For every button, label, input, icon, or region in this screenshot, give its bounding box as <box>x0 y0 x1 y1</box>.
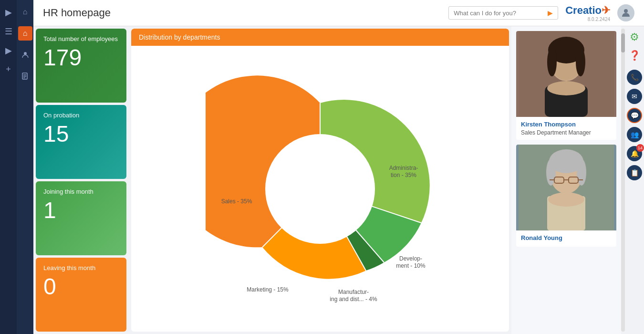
person-name-1[interactable]: Kirsten Thompson <box>521 121 612 128</box>
header-right: ▶ Creatio✈ 8.0.2.2424 <box>448 4 634 22</box>
stat-card-leaving[interactable]: Leaving this month 0 <box>36 258 126 332</box>
on-probation-value: 15 <box>43 123 119 146</box>
user-avatar[interactable] <box>617 4 634 21</box>
person-image-2 <box>516 145 616 230</box>
leaving-label: Leaving this month <box>43 264 119 271</box>
scrollbar[interactable] <box>621 29 625 332</box>
phone-button[interactable]: 📞 <box>627 70 642 85</box>
joining-value: 1 <box>43 199 119 222</box>
play-icon[interactable]: ▶ <box>5 45 12 56</box>
logo-text: C <box>565 4 573 16</box>
logo-version: 8.0.2.2424 <box>588 17 610 22</box>
label-administration: Administra- <box>389 165 418 171</box>
search-box[interactable]: ▶ <box>448 6 558 20</box>
content-area: Total number of employees 179 On probati… <box>33 26 644 334</box>
add-icon[interactable]: + <box>6 64 11 74</box>
person-photo-1 <box>516 31 616 117</box>
person-name-2[interactable]: Ronald Young <box>521 234 612 241</box>
main-content: HR homepage ▶ Creatio✈ 8.0.2.2424 Total … <box>33 0 644 334</box>
label-development-2: ment - 10% <box>396 262 426 269</box>
person-card-2: Ronald Young <box>516 145 616 247</box>
svg-point-18 <box>547 48 557 76</box>
chart-body: Administra- tion - 35% Develop- ment - 1… <box>131 46 509 332</box>
svg-point-5 <box>624 9 628 13</box>
logo-reatio: reatio <box>573 4 602 16</box>
sidebar-item-home[interactable]: ⌂ <box>18 5 32 19</box>
svg-point-24 <box>548 192 584 207</box>
sidebar-item-people[interactable] <box>18 48 32 62</box>
logo: Creatio✈ <box>565 4 610 17</box>
joining-label: Joining this month <box>43 188 119 195</box>
sidebar-item-docs[interactable] <box>18 69 32 84</box>
svg-point-0 <box>24 52 27 55</box>
stat-card-total-employees[interactable]: Total number of employees 179 <box>36 29 126 103</box>
stat-card-joining[interactable]: Joining this month 1 <box>36 181 126 255</box>
on-probation-label: On probation <box>43 112 119 119</box>
email-button[interactable]: ✉ <box>627 89 642 104</box>
total-employees-value: 179 <box>43 46 119 69</box>
left-sidebar: ⌂ ⌂ <box>17 0 33 334</box>
scrollbar-thumb[interactable] <box>621 33 625 52</box>
help-icon[interactable]: ❓ <box>629 50 641 61</box>
stats-column: Total number of employees 179 On probati… <box>33 26 129 334</box>
svg-point-16 <box>547 81 585 95</box>
search-input[interactable] <box>454 10 548 17</box>
bell-button[interactable]: 🔔 14 <box>627 146 642 161</box>
person-info-1: Kirsten Thompson Sales Department Manage… <box>516 117 616 140</box>
label-manufacturing: Manufactur- <box>338 289 369 295</box>
chart-header: Distribution by departments <box>131 29 509 46</box>
chart-container: Distribution by departments <box>131 29 509 332</box>
person-info-2: Ronald Young <box>516 230 616 247</box>
svg-point-19 <box>576 48 585 76</box>
bell-badge: 14 <box>636 144 644 152</box>
label-development: Develop- <box>399 255 422 262</box>
chat-button[interactable]: 💬 <box>627 108 642 123</box>
group-chat-button[interactable]: 👥 <box>627 127 642 142</box>
far-right-actions: ⚙ ❓ 📞 ✉ 💬 👥 🔔 14 📋 <box>625 26 644 334</box>
right-panel: Kirsten Thompson Sales Department Manage… <box>511 26 621 334</box>
header: HR homepage ▶ Creatio✈ 8.0.2.2424 <box>33 0 644 26</box>
chart-area: Distribution by departments <box>129 26 511 334</box>
gear-icon[interactable]: ⚙ <box>630 31 639 43</box>
total-employees-label: Total number of employees <box>43 35 119 42</box>
label-marketing: Marketing - 15% <box>247 286 289 293</box>
search-arrow-icon[interactable]: ▶ <box>548 9 553 17</box>
page-title: HR homepage <box>43 7 111 19</box>
menu-icon[interactable]: ☰ <box>5 26 12 37</box>
expand-icon[interactable]: ▶ <box>5 7 12 18</box>
logo-plane: ✈ <box>602 4 610 16</box>
person-card-1: Kirsten Thompson Sales Department Manage… <box>516 31 616 140</box>
person-photo-2 <box>516 145 616 230</box>
sidebar-item-hr[interactable]: ⌂ <box>18 26 32 41</box>
label-administration-2: tion - 35% <box>391 172 416 178</box>
leaving-value: 0 <box>43 275 119 298</box>
label-manufacturing-2: ing and dist... - 4% <box>330 296 377 303</box>
logo-area: Creatio✈ 8.0.2.2424 <box>565 4 610 22</box>
label-sales: Sales - 35% <box>221 198 252 205</box>
person-role-1: Sales Department Manager <box>521 129 612 136</box>
donut-chart: Administra- tion - 35% Develop- ment - 1… <box>206 74 435 303</box>
person-image-1 <box>516 31 616 117</box>
stat-card-on-probation[interactable]: On probation 15 <box>36 105 126 179</box>
far-left-nav: ▶ ☰ ▶ + <box>0 0 17 334</box>
clipboard-button[interactable]: 📋 <box>627 165 642 180</box>
